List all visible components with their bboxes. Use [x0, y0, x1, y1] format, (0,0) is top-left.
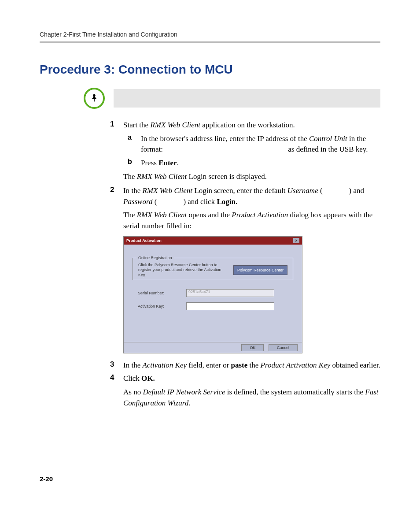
text: ) and click	[183, 197, 217, 206]
text: Login screen, enter the default	[192, 186, 287, 195]
text: application on the workstation.	[200, 121, 295, 129]
step-number: 4	[110, 373, 123, 384]
header-rule	[40, 41, 380, 43]
step-text: In the Activation Key field, enter or pa…	[123, 360, 380, 371]
text: Click	[123, 374, 141, 383]
step-continuation: The RMX Web Client opens and the Product…	[123, 210, 380, 231]
step-text: Start the RMX Web Client application on …	[123, 120, 380, 131]
text: The	[123, 172, 137, 181]
serial-number-row: Serial Number: 9251a5c471	[133, 289, 293, 297]
text-italic: RMX Web Client	[142, 186, 192, 195]
polycom-resource-center-button[interactable]: Polycom Resource Center	[233, 265, 287, 275]
text: ) and	[349, 186, 364, 195]
text-italic: Default IP Network Service	[143, 388, 225, 396]
step-1: 1 Start the RMX Web Client application o…	[110, 120, 380, 131]
text: As no	[123, 388, 143, 396]
activation-key-input[interactable]	[186, 302, 274, 310]
text-italic: Control Unit	[309, 134, 347, 143]
text: In the browser's address line, enter the…	[141, 134, 309, 143]
text: In the	[123, 361, 142, 369]
step-continuation: The RMX Web Client Login screen is displ…	[123, 171, 380, 182]
text-italic: Activation Key	[142, 361, 187, 369]
text: obtained earlier.	[330, 361, 380, 369]
step-3: 3 In the Activation Key field, enter or …	[110, 360, 380, 371]
text: Start the	[123, 121, 150, 129]
text: field, enter or	[187, 361, 231, 369]
dialog-footer: OK Cancel	[124, 342, 302, 353]
step-4: 4 Click OK.	[110, 373, 380, 384]
note-placeholder	[114, 89, 380, 108]
substep-letter: b	[128, 158, 141, 169]
text: .	[188, 399, 190, 407]
text-italic: RMX Web Client	[137, 172, 187, 181]
step-text: Click OK.	[123, 373, 380, 384]
step-text: In the RMX Web Client Login screen, ente…	[123, 186, 380, 207]
substep-text: In the browser's address line, enter the…	[141, 134, 380, 155]
online-registration-fieldset: Online Registration Click the Polycom Re…	[133, 258, 293, 280]
chapter-header: Chapter 2-First Time Installation and Co…	[40, 31, 380, 38]
page-number: 2-20	[40, 475, 53, 483]
note-bar	[84, 88, 380, 109]
step-2: 2 In the RMX Web Client Login screen, en…	[110, 186, 380, 207]
text: In the	[123, 186, 142, 195]
substep-b: b Press Enter.	[128, 158, 380, 169]
fieldset-legend: Online Registration	[136, 256, 174, 260]
activation-key-label: Activation Key:	[138, 304, 186, 308]
text: as defined in the USB key.	[286, 145, 368, 153]
substep-letter: a	[128, 134, 141, 155]
serial-number-label: Serial Number:	[138, 291, 186, 295]
serial-number-input[interactable]: 9251a5c471	[186, 289, 274, 297]
text-italic: Product Activation	[232, 211, 288, 219]
text: the	[247, 361, 260, 369]
text-bold: OK.	[141, 374, 155, 383]
procedure-heading: Procedure 3: Connection to MCU	[40, 63, 380, 77]
text-italic: RMX Web Client	[150, 121, 200, 129]
step-continuation: As no Default IP Network Service is defi…	[123, 387, 380, 409]
ok-button[interactable]: OK	[241, 344, 264, 351]
text-bold: Login	[217, 197, 236, 206]
text: .	[236, 197, 237, 206]
product-activation-dialog: Product Activation × Online Registration…	[123, 236, 302, 353]
pin-icon	[84, 88, 105, 109]
text-italic: Username	[287, 186, 318, 195]
step-number: 2	[110, 186, 123, 207]
dialog-titlebar: Product Activation ×	[124, 237, 302, 245]
substep-a: a In the browser's address line, enter t…	[128, 134, 380, 155]
text: (	[318, 186, 323, 195]
registration-instructions: Click the Polycom Resource Center button…	[138, 263, 225, 278]
text-bold: paste	[231, 361, 248, 369]
text: The	[123, 211, 137, 219]
text-italic: RMX Web Client	[137, 211, 187, 219]
close-icon[interactable]: ×	[293, 238, 299, 243]
text: Login screen is displayed.	[187, 172, 267, 181]
text: Press	[141, 159, 158, 167]
step-number: 1	[110, 120, 123, 131]
dialog-title: Product Activation	[126, 238, 162, 243]
activation-key-row: Activation Key:	[133, 302, 293, 310]
text: .	[177, 159, 179, 167]
text-italic: Product Activation Key	[261, 361, 331, 369]
text: opens and the	[187, 211, 232, 219]
substep-text: Press Enter.	[141, 158, 380, 169]
step-number: 3	[110, 360, 123, 371]
text: is defined, the system automatically sta…	[225, 388, 365, 396]
cancel-button[interactable]: Cancel	[269, 344, 298, 351]
text-italic: Password	[123, 197, 152, 206]
text: (	[152, 197, 157, 206]
text-bold: Enter	[158, 159, 177, 167]
